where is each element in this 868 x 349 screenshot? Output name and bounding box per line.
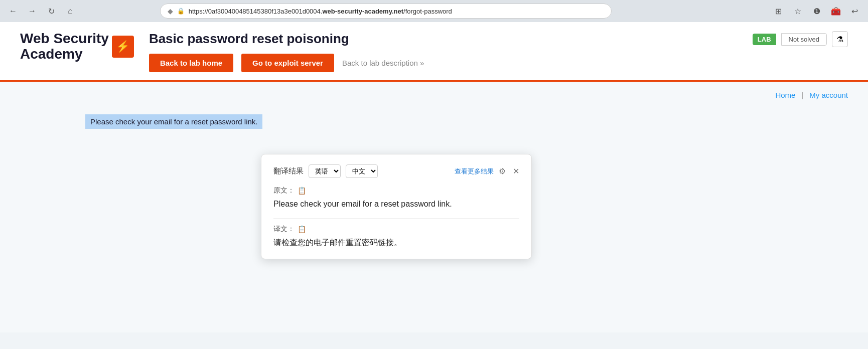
extensions-icon[interactable]: 🧰: [829, 4, 843, 18]
url-display: https://0af300400485145380f13a3e001d0004…: [189, 8, 452, 15]
home-button[interactable]: ⌂: [63, 4, 77, 18]
content-area: Please check your email for a reset pass…: [0, 104, 868, 279]
chevron-right-icon: »: [420, 59, 424, 67]
copy-source-icon[interactable]: 📋: [298, 187, 306, 195]
source-text: Please check your email for a reset pass…: [273, 198, 519, 210]
back-desc-label: Back to lab description: [342, 59, 418, 67]
logo-area: Web SecurityAcademy ⚡: [20, 31, 134, 62]
shield-icon: ◆: [168, 7, 173, 15]
main-content: Home | My account Please check your emai…: [0, 82, 868, 332]
success-message: Please check your email for a reset pass…: [85, 114, 262, 129]
logo-icon: ⚡: [112, 36, 134, 58]
translation-text: 请检查您的电子邮件重置密码链接。: [273, 237, 519, 249]
translation-label: 译文： 📋: [273, 225, 519, 234]
reload-button[interactable]: ↻: [44, 4, 58, 18]
popup-divider: [273, 218, 519, 219]
settings-icon[interactable]: ⚙: [499, 166, 506, 176]
popup-title: 翻译结果: [273, 166, 304, 176]
qr-icon[interactable]: ⊞: [772, 4, 786, 18]
target-lang-select[interactable]: 中文: [346, 164, 378, 178]
flask-icon[interactable]: ⚗: [832, 31, 848, 47]
popup-header: 翻译结果 英语 中文 查看更多结果 ⚙ ✕: [273, 164, 519, 178]
back-to-description-link[interactable]: Back to lab description »: [342, 59, 424, 67]
address-bar[interactable]: ◆ 🔒 https://0af300400485145380f13a3e001d…: [160, 4, 612, 19]
header-actions: Back to lab home Go to exploit server Ba…: [149, 54, 738, 80]
lab-badge: LAB: [753, 34, 776, 45]
source-lang-select[interactable]: 英语: [309, 164, 341, 178]
source-label: 原文： 📋: [273, 186, 519, 195]
nav-separator: |: [801, 91, 803, 99]
back-to-lab-button[interactable]: Back to lab home: [149, 54, 233, 72]
translation-popup: 翻译结果 英语 中文 查看更多结果 ⚙ ✕ 原文： 📋 Please check…: [261, 154, 532, 259]
star-icon[interactable]: ☆: [791, 4, 805, 18]
forward-button[interactable]: →: [25, 4, 39, 18]
exploit-server-button[interactable]: Go to exploit server: [241, 54, 334, 72]
browser-right-icons: ⊞ ☆ ❶ 🧰 ↩: [772, 4, 862, 18]
top-nav: Home | My account: [0, 82, 868, 104]
more-results-link[interactable]: 查看更多结果: [455, 167, 494, 176]
url-prefix: https://0af300400485145380f13a3e001d0004…: [189, 8, 323, 15]
url-domain: web-security-academy.net: [322, 8, 403, 15]
lab-status-area: LAB Not solved ⚗: [753, 31, 848, 47]
lab-status: Not solved: [781, 33, 827, 46]
url-path: /forgot-password: [403, 8, 452, 15]
back-button[interactable]: ←: [6, 4, 20, 18]
my-account-link[interactable]: My account: [809, 91, 848, 99]
logo-line1: Web SecurityAcademy: [20, 31, 109, 62]
copy-translation-icon[interactable]: 📋: [298, 225, 306, 233]
close-icon[interactable]: ✕: [513, 166, 519, 176]
lab-title: Basic password reset poisoning: [149, 31, 738, 47]
home-link[interactable]: Home: [775, 91, 795, 99]
browser-chrome: ← → ↻ ⌂ ◆ 🔒 https://0af300400485145380f1…: [0, 0, 868, 22]
header-content: Basic password reset poisoning Back to l…: [149, 31, 738, 80]
logo-text: Web SecurityAcademy: [20, 31, 109, 62]
undo-icon[interactable]: ↩: [848, 4, 862, 18]
notification-icon[interactable]: ❶: [810, 4, 824, 18]
lock-icon: 🔒: [177, 8, 185, 15]
site-header: Web SecurityAcademy ⚡ Basic password res…: [0, 22, 868, 82]
